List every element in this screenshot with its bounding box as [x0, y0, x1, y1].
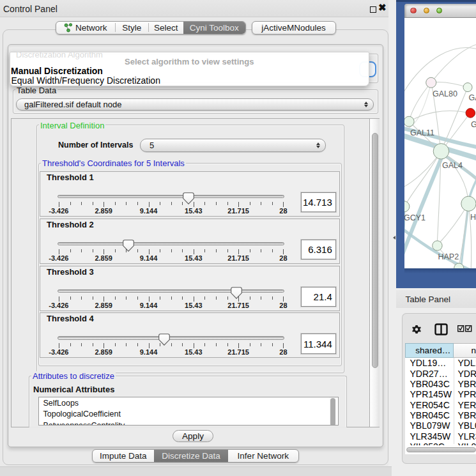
svg-text:H: H — [470, 213, 476, 222]
svg-text:GCY1: GCY1 — [404, 213, 426, 222]
svg-text:GAL4: GAL4 — [442, 161, 463, 170]
svg-text:GAL11: GAL11 — [410, 128, 434, 137]
svg-text:G: G — [471, 120, 476, 129]
svg-text:GAL80: GAL80 — [433, 89, 457, 98]
svg-text:GA: GA — [469, 93, 476, 102]
svg-text:HAP2: HAP2 — [438, 252, 459, 261]
